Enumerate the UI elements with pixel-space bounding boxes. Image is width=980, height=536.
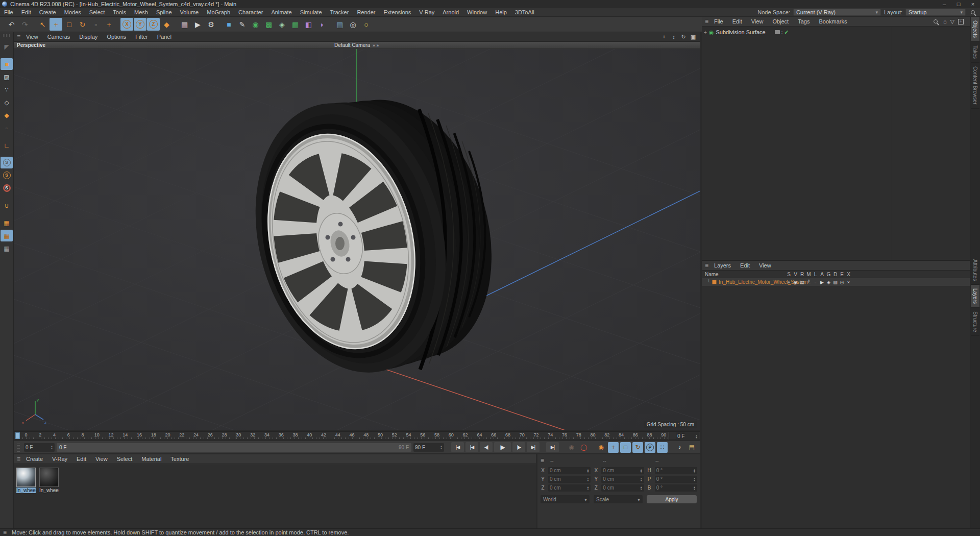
home-icon[interactable]: ⌂ xyxy=(943,18,947,25)
menu-item[interactable]: Select xyxy=(85,8,109,17)
render-visibility-icon[interactable]: : xyxy=(781,30,783,35)
scale-field[interactable]: 0 cm▲▼ xyxy=(601,476,644,483)
transport-grip[interactable] xyxy=(17,443,20,452)
deformer-icon[interactable]: ◈ xyxy=(276,18,288,31)
layer-color-swatch[interactable] xyxy=(712,280,717,284)
generator-icon[interactable]: ▩ xyxy=(262,18,275,31)
edges-mode-icon[interactable]: ◇ xyxy=(1,96,13,108)
snapping-icon[interactable]: ∪ xyxy=(1,200,13,211)
dolly-view-icon[interactable]: ↕ xyxy=(670,33,678,41)
tweak-mode-icon[interactable]: ▫ xyxy=(1,122,13,134)
menu-item[interactable]: Extensions xyxy=(379,8,415,17)
object-manager-menu-item[interactable]: View xyxy=(747,17,768,27)
layer-lock-icon[interactable]: ▫ xyxy=(812,280,819,285)
goto-next-key-icon[interactable]: ▶| xyxy=(527,442,540,452)
layer-view-icon[interactable]: ◉ xyxy=(792,280,799,285)
camera-icon[interactable]: ◎ xyxy=(347,18,359,31)
key-pla-icon[interactable]: ∷ xyxy=(657,442,668,453)
live-selection-icon[interactable]: ↖ xyxy=(36,18,49,31)
play-icon[interactable]: ▶ xyxy=(494,442,511,452)
menu-item[interactable]: Mesh xyxy=(130,8,152,17)
hamburger-icon[interactable]: ≡ xyxy=(3,529,7,536)
material-menu-item[interactable]: Select xyxy=(112,454,137,464)
spinner-arrows-icon[interactable]: ▲▼ xyxy=(693,434,698,438)
hamburger-icon[interactable]: ≡ xyxy=(705,18,708,25)
points-mode-icon[interactable]: ∵ xyxy=(1,84,13,95)
object-manager-menu-item[interactable]: Tags xyxy=(793,17,814,27)
material-menu-item[interactable]: View xyxy=(91,454,112,464)
goto-end-icon[interactable]: ▶| xyxy=(546,442,559,452)
light-icon[interactable]: ○ xyxy=(360,18,373,31)
layer-expressions-icon[interactable]: ◎ xyxy=(839,280,845,285)
autokeying-icon[interactable]: ◯ xyxy=(578,442,589,453)
viewport-menu-item[interactable]: Display xyxy=(75,32,102,42)
redo-icon[interactable]: ↷ xyxy=(18,18,31,31)
layer-generators-icon[interactable]: ◈ xyxy=(825,280,832,285)
object-row[interactable]: + ◉ Subdivision Surface : ✓ xyxy=(702,28,970,36)
material-menu-item[interactable]: Material xyxy=(137,454,166,464)
menu-item[interactable]: Edit xyxy=(17,8,35,17)
layer-deformers-icon[interactable]: ▧ xyxy=(832,280,839,285)
object-tree[interactable]: + ◉ Subdivision Surface : ✓ xyxy=(702,27,970,261)
viewport-solo-single-icon[interactable]: S xyxy=(1,169,13,181)
ruler-track[interactable]: 0246810121416182022242628303234363840424… xyxy=(14,432,675,440)
lock-y-axis-icon[interactable]: Y xyxy=(134,18,146,31)
material-menu-item[interactable]: Edit xyxy=(72,454,91,464)
material-menu-item[interactable]: Texture xyxy=(166,454,193,464)
lock-x-axis-icon[interactable]: X xyxy=(120,18,133,31)
rotation-field[interactable]: 0 °▲▼ xyxy=(655,467,697,474)
position-field[interactable]: 0 cm▲▼ xyxy=(548,467,591,474)
object-name[interactable]: Subdivision Surface xyxy=(716,29,765,35)
layers-menu-item[interactable]: View xyxy=(754,261,776,271)
spinner-arrows-icon[interactable]: ▲▼ xyxy=(691,486,696,490)
close-button[interactable]: × xyxy=(966,0,980,8)
menu-item[interactable]: V-Ray xyxy=(415,8,438,17)
layer-manager-icon[interactable]: ╚ xyxy=(805,280,812,285)
subdivision-surface-icon[interactable]: ◉ xyxy=(249,18,262,31)
material-thumbnail[interactable] xyxy=(16,468,36,487)
menu-item[interactable]: Help xyxy=(491,8,511,17)
viewport-menu-item[interactable]: Options xyxy=(102,32,131,42)
material-thumbnail[interactable] xyxy=(39,468,59,487)
polygons-mode-icon[interactable]: ◆ xyxy=(1,109,13,121)
workplane-icon[interactable]: ▦ xyxy=(1,217,13,229)
hamburger-icon[interactable]: ≡ xyxy=(541,457,544,464)
object-manager-menu-item[interactable]: File xyxy=(709,17,728,27)
spinner-arrows-icon[interactable]: ▲▼ xyxy=(584,477,589,481)
enable-axis-icon[interactable]: ∟ xyxy=(1,139,13,151)
scale-tool-icon[interactable]: □ xyxy=(63,18,76,31)
goto-next-frame-icon[interactable]: |▶ xyxy=(512,442,525,452)
menu-item[interactable]: Arnold xyxy=(438,8,463,17)
spinner-arrows-icon[interactable]: ▲▼ xyxy=(438,445,443,449)
position-field[interactable]: 0 cm▲▼ xyxy=(548,476,591,483)
key-position-icon[interactable]: + xyxy=(608,442,619,453)
menu-item[interactable]: Render xyxy=(353,8,379,17)
layer-solo-icon[interactable]: ● xyxy=(786,280,792,285)
key-parameter-icon[interactable]: P xyxy=(645,442,655,453)
render-picture-viewer-icon[interactable]: ▶ xyxy=(191,18,204,31)
sound-icon[interactable]: ♪ xyxy=(674,442,685,453)
position-field[interactable]: 0 cm▲▼ xyxy=(548,484,591,492)
model-mode-icon[interactable]: ■ xyxy=(1,58,13,70)
panel-tab[interactable]: Layers xyxy=(971,285,979,308)
panel-tab[interactable]: Takes xyxy=(971,42,979,63)
layer-row[interactable]: └ In_Hub_Electric_Motor_Wheel_System ●◉▤… xyxy=(702,278,970,286)
goto-start-icon[interactable]: |◀ xyxy=(451,442,464,452)
panel-tab[interactable]: Objects xyxy=(971,17,979,42)
object-manager-menu-item[interactable]: Edit xyxy=(728,17,747,27)
goto-prev-frame-icon[interactable]: ◀| xyxy=(480,442,493,452)
last-tool-icon[interactable]: ▫ xyxy=(89,18,102,31)
layer-render-icon[interactable]: ▤ xyxy=(799,280,805,285)
spinner-arrows-icon[interactable]: ▲▼ xyxy=(584,486,589,490)
menu-item[interactable]: Window xyxy=(463,8,491,17)
editor-visibility-icon[interactable] xyxy=(775,30,780,34)
lock-workplane-icon[interactable]: ▦ xyxy=(1,230,13,241)
apply-button[interactable]: Apply xyxy=(647,495,697,503)
transform-mode-select[interactable]: Scale▾ xyxy=(594,495,643,503)
viewport-menu-item[interactable]: Panel xyxy=(153,32,176,42)
timeline-ruler[interactable]: 0246810121416182022242628303234363840424… xyxy=(14,431,700,440)
coordinate-system-icon[interactable]: ◆ xyxy=(160,18,173,31)
move-tool-icon[interactable]: + xyxy=(50,18,62,31)
menu-item[interactable]: Character xyxy=(234,8,267,17)
hamburger-icon[interactable]: ≡ xyxy=(17,455,20,462)
